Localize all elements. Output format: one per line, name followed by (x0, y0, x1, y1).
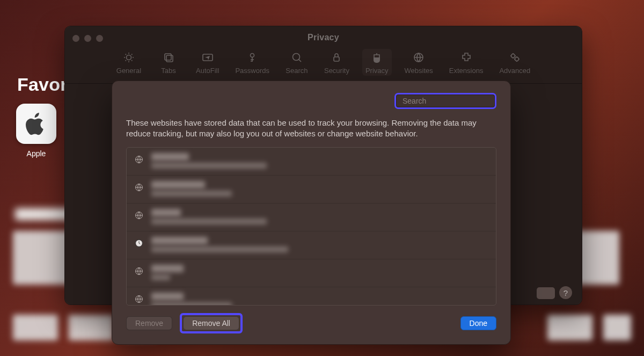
thumbnail (13, 315, 58, 340)
remove-button[interactable]: Remove (126, 316, 172, 330)
website-text (151, 209, 267, 227)
website-data-row[interactable] (127, 287, 496, 306)
sheet-description: These websites have stored data that can… (126, 118, 491, 140)
help-button[interactable]: ? (559, 286, 572, 299)
website-text (151, 237, 288, 255)
website-data-row[interactable] (127, 204, 496, 231)
globe-icon (134, 210, 144, 220)
apple-logo-icon (26, 111, 47, 137)
search-field-wrap[interactable] (394, 93, 496, 109)
website-data-row[interactable] (127, 259, 496, 287)
globe-icon (134, 294, 144, 304)
thumbnail (547, 315, 592, 340)
bookmark-tile (16, 104, 56, 144)
website-text (151, 293, 232, 306)
done-button[interactable]: Done (460, 316, 496, 330)
bookmark-apple[interactable]: Apple (16, 104, 56, 158)
remove-all-button[interactable]: Remove All (183, 316, 239, 330)
website-data-sheet: These websites have stored data that can… (112, 81, 511, 345)
zoom-window-icon[interactable] (96, 35, 103, 42)
globe-icon (134, 183, 144, 192)
details-button[interactable] (537, 287, 555, 299)
website-data-row[interactable] (127, 176, 496, 204)
minimize-window-icon[interactable] (84, 35, 91, 42)
globe-icon (134, 266, 144, 276)
thumbnail (69, 315, 114, 340)
close-window-icon[interactable] (72, 35, 79, 42)
history-icon (134, 238, 144, 248)
bookmark-label: Apple (16, 149, 56, 158)
website-data-list[interactable] (126, 147, 496, 306)
thumbnail (603, 315, 631, 340)
globe-icon (134, 155, 144, 164)
sheet-footer: Remove Remove All Done (126, 313, 496, 333)
window-traffic-lights[interactable] (72, 35, 103, 42)
remove-all-highlight: Remove All (180, 313, 243, 333)
website-text (151, 265, 184, 282)
website-text (151, 181, 232, 199)
search-input[interactable] (402, 97, 496, 105)
website-data-row[interactable] (127, 148, 496, 176)
website-data-row[interactable] (127, 231, 496, 259)
website-text (151, 153, 267, 171)
